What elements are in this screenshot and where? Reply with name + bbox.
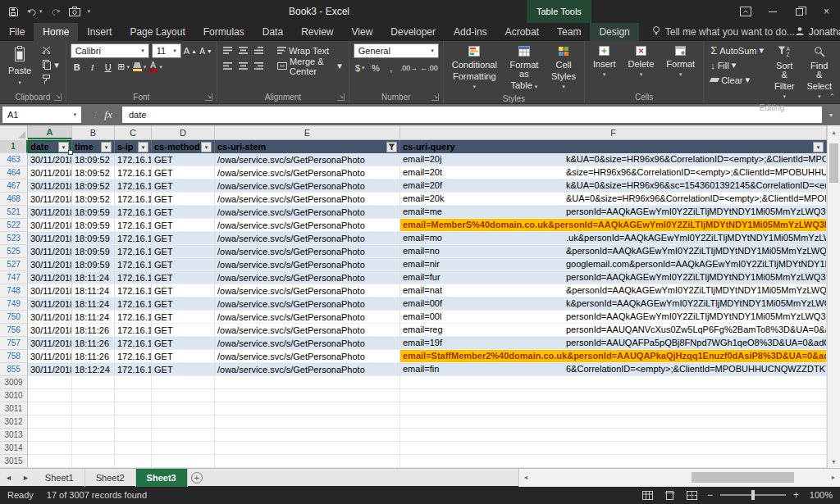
tab-add-ins[interactable]: Add-ins [445, 23, 496, 41]
column-header-E[interactable]: E [215, 125, 400, 139]
empty-cell[interactable] [215, 429, 400, 442]
decrease-decimal-button[interactable]: ←.00 [420, 61, 438, 75]
row-header-750[interactable]: 750 [0, 311, 28, 324]
alignment-dialog-launcher[interactable]: ↘ [337, 93, 345, 101]
cell-cs-uri-query[interactable]: email=mo.uk&personId=AAQkAGEwYmI0Y2ZiLTl… [400, 232, 827, 245]
cell-cs-uri-query[interactable]: email=00fk&personId=AAQkAGEwYmI0Y2ZiLTlj… [400, 297, 827, 311]
zoom-in-icon[interactable]: + [793, 489, 799, 501]
empty-cell[interactable] [215, 455, 400, 468]
sheet-tab-sheet3[interactable]: Sheet3 [136, 469, 188, 487]
header-cell-time[interactable]: time▾ [72, 140, 115, 153]
align-middle-icon[interactable] [237, 43, 250, 57]
empty-cell[interactable] [28, 389, 72, 402]
borders-button[interactable]: ⊞▾ [117, 60, 130, 74]
cell-date[interactable]: 30/11/2018 [28, 363, 72, 376]
cell-cs-method[interactable]: GET [152, 363, 215, 376]
row-header-3015[interactable]: 3015 [0, 455, 28, 468]
row-header-3010[interactable]: 3010 [0, 389, 28, 402]
cell-date[interactable]: 30/11/2018 [28, 324, 72, 337]
sheet-nav-right-icon[interactable]: ► [17, 474, 34, 482]
row-header-757[interactable]: 757 [0, 337, 28, 350]
formula-bar-grip[interactable]: ⋮ [91, 111, 99, 119]
column-header-B[interactable]: B [72, 125, 115, 139]
delete-cells-button[interactable]: Delete ▾ [624, 43, 659, 81]
empty-cell[interactable] [115, 455, 152, 468]
bold-button[interactable]: B [71, 60, 84, 74]
merge-center-button[interactable]: Merge & Center ▾ [275, 59, 345, 73]
row-header-468[interactable]: 468 [0, 193, 28, 206]
row-header-467[interactable]: 467 [0, 179, 28, 193]
cell-cs-method[interactable]: GET [152, 153, 215, 166]
cell-s-ip[interactable]: 172.16.100 [115, 166, 152, 179]
percent-button[interactable]: % [369, 61, 382, 75]
cell-cs-uri-stem[interactable]: /owa/service.svc/s/GetPersonaPhoto [215, 297, 400, 311]
zoom-out-icon[interactable]: − [707, 489, 713, 501]
cell-cs-uri-stem[interactable]: /owa/service.svc/s/GetPersonaPhoto [215, 166, 400, 179]
tab-insert[interactable]: Insert [78, 23, 121, 41]
cell-s-ip[interactable]: 172.16.100 [115, 245, 152, 258]
scroll-left-icon[interactable]: ◄ [521, 474, 531, 480]
cell-date[interactable]: 30/11/2018 [28, 311, 72, 324]
empty-cell[interactable] [400, 429, 827, 442]
cell-cs-uri-stem[interactable]: /owa/service.svc/s/GetPersonaPhoto [215, 245, 400, 258]
cell-cs-uri-stem[interactable]: /owa/service.svc/s/GetPersonaPhoto [215, 350, 400, 363]
cell-s-ip[interactable]: 172.16.100 [115, 350, 152, 363]
row-header-527[interactable]: 527 [0, 258, 28, 271]
tab-data[interactable]: Data [253, 23, 292, 41]
header-cell-cs-method[interactable]: cs-method▾ [152, 140, 215, 153]
number-format-combo[interactable]: General▾ [354, 43, 439, 58]
cell-cs-method[interactable]: GET [152, 219, 215, 232]
empty-cell[interactable] [215, 389, 400, 402]
cell-time[interactable]: 18:11:26 [72, 350, 115, 363]
cell-date[interactable]: 30/11/2018 [28, 337, 72, 350]
fill-color-button[interactable]: ▾ [133, 60, 147, 74]
cell-cs-uri-query[interactable]: email=19fpersonId=AAUQAFPa5pQBj8FNpd7WGh… [400, 337, 827, 350]
cell-date[interactable]: 30/11/2018 [28, 245, 72, 258]
cell-date[interactable]: 30/11/2018 [28, 206, 72, 219]
empty-cell[interactable] [115, 376, 152, 389]
cell-cs-method[interactable]: GET [152, 179, 215, 193]
cell-s-ip[interactable]: 172.16.100 [115, 271, 152, 284]
cell-cs-uri-query[interactable]: email=no&personId=AAQkAGEwYmI0Y2ZiLTljMD… [400, 245, 827, 258]
empty-cell[interactable] [152, 389, 215, 402]
tell-me[interactable]: Tell me what you want to do... [652, 23, 795, 41]
horizontal-scroll-thumb[interactable] [692, 472, 794, 483]
scroll-right-icon[interactable]: ► [829, 474, 838, 480]
fill-button[interactable]: ↓Fill▾ [708, 58, 766, 72]
empty-cell[interactable] [28, 455, 72, 468]
empty-cell[interactable] [152, 429, 215, 442]
cell-time[interactable]: 18:09:52 [72, 166, 115, 179]
font-dialog-launcher[interactable]: ↘ [205, 93, 212, 101]
new-sheet-button[interactable]: + [188, 469, 206, 487]
row-header-747[interactable]: 747 [0, 271, 28, 284]
row-header-3014[interactable]: 3014 [0, 442, 28, 455]
font-color-button[interactable]: A ▾ [148, 60, 162, 74]
vertical-scroll-thumb[interactable] [829, 143, 838, 183]
cell-time[interactable]: 18:11:26 [72, 324, 115, 337]
empty-cell[interactable] [72, 455, 115, 468]
cut-button[interactable] [39, 43, 62, 57]
paste-button[interactable]: Paste ▾ [4, 43, 35, 89]
cell-cs-uri-query[interactable]: email=MemberS%40domain.co.uk&personId=AA… [400, 219, 827, 232]
column-header-C[interactable]: C [115, 125, 152, 139]
zoom-slider-handle[interactable] [751, 490, 755, 500]
cell-time[interactable]: 18:09:59 [72, 206, 115, 219]
empty-cell[interactable] [400, 376, 827, 389]
tab-developer[interactable]: Developer [381, 23, 445, 41]
filter-applied-icon-cs-uri-stem[interactable] [386, 142, 397, 152]
empty-cell[interactable] [400, 389, 827, 402]
cell-s-ip[interactable]: 172.16.100 [115, 206, 152, 219]
align-left-icon[interactable] [221, 59, 235, 73]
cell-cs-uri-stem[interactable]: /owa/service.svc/s/GetPersonaPhoto [215, 324, 400, 337]
tab-acrobat[interactable]: Acrobat [496, 23, 548, 41]
empty-cell[interactable] [72, 442, 115, 455]
filter-dropdown-icon-time[interactable]: ▾ [101, 142, 112, 152]
scroll-down-icon[interactable]: ▼ [828, 455, 840, 468]
cell-time[interactable]: 18:09:52 [72, 153, 115, 166]
cell-cs-uri-query[interactable]: email=nirgooglemail.com&personId=AAQkAGE… [400, 258, 827, 271]
cell-date[interactable]: 30/11/2018 [28, 193, 72, 206]
fx-icon[interactable]: fx [104, 108, 112, 121]
cell-date[interactable]: 30/11/2018 [28, 350, 72, 363]
cell-time[interactable]: 18:09:59 [72, 219, 115, 232]
copy-button[interactable]: ▾ [39, 58, 62, 72]
